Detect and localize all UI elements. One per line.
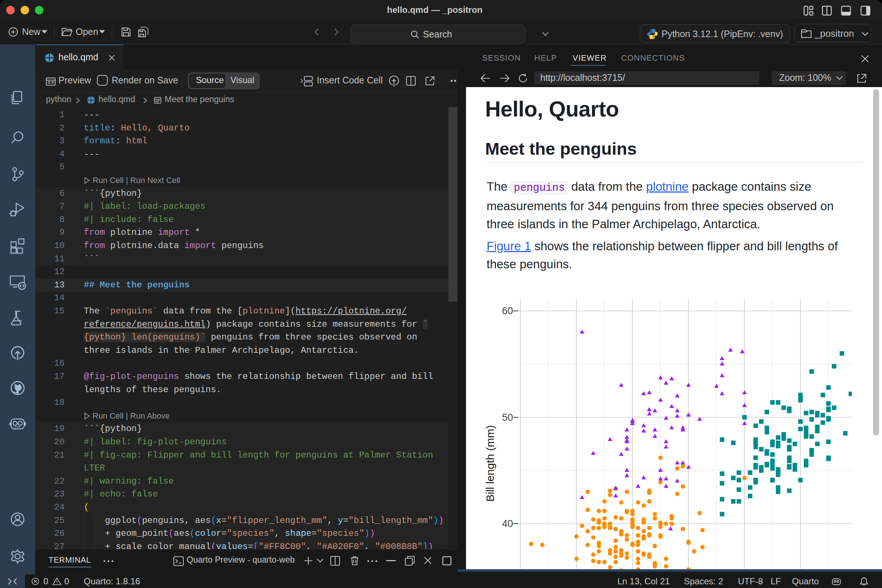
svg-text:40: 40 <box>502 518 513 529</box>
svg-text:50: 50 <box>502 412 513 423</box>
svg-text:Bill length (mm): Bill length (mm) <box>484 425 496 502</box>
svg-text:60: 60 <box>502 305 513 316</box>
